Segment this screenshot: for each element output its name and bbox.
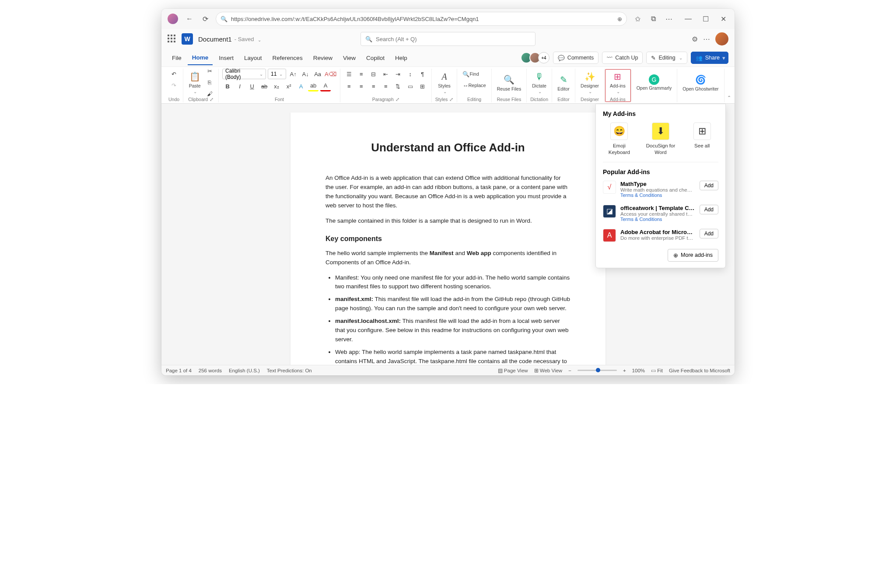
presence-avatars[interactable]: +4 (523, 52, 550, 63)
more-addins-button[interactable]: ⊕ More add-ins (668, 249, 718, 262)
numbering-button[interactable]: ≡ (356, 69, 367, 79)
editor-button[interactable]: ✎Editor (556, 73, 571, 92)
tab-help[interactable]: Help (391, 51, 412, 65)
ghostwriter-button[interactable]: 🌀Open Ghostwriter (681, 73, 720, 92)
page-view-button[interactable]: ▤ Page View (498, 368, 528, 374)
justify-button[interactable]: ≡ (381, 81, 391, 91)
more-icon[interactable]: ⋯ (703, 35, 710, 43)
undo-button[interactable]: ↶ (169, 69, 179, 79)
grow-font-button[interactable]: A↑ (288, 69, 298, 79)
borders-button[interactable]: ⊞ (417, 81, 428, 91)
bullets-button[interactable]: ☰ (344, 69, 354, 79)
user-avatar[interactable] (715, 32, 728, 46)
change-case-button[interactable]: Aa (312, 69, 323, 79)
highlight-button[interactable]: ab (308, 81, 318, 91)
superscript-button[interactable]: x² (284, 81, 294, 91)
multilevel-button[interactable]: ⊟ (368, 69, 379, 79)
zoom-slider[interactable] (578, 370, 617, 371)
editing-mode-button[interactable]: ✎ Editing (646, 52, 687, 64)
subscript-button[interactable]: x₂ (271, 81, 282, 91)
clear-format-button[interactable]: A⌫ (325, 69, 336, 79)
maximize-button[interactable]: ☐ (697, 11, 714, 27)
page-indicator[interactable]: Page 1 of 4 (166, 368, 192, 373)
tab-references[interactable]: References (268, 51, 307, 65)
settings-icon[interactable]: ⚙ (692, 35, 698, 43)
addin-tile-seeall[interactable]: ⊞See all (686, 122, 718, 156)
indent-button[interactable]: ⇥ (393, 69, 403, 79)
read-aloud-icon[interactable]: ⊕ (617, 16, 622, 22)
web-view-button[interactable]: ⊞ Web View (534, 368, 563, 374)
comments-button[interactable]: 💬 Comments (553, 52, 598, 64)
align-left-button[interactable]: ≡ (344, 81, 354, 91)
styles-button[interactable]: AStyles (436, 70, 452, 95)
share-button[interactable]: 👥 Share ▾ (691, 52, 728, 64)
chevron-down-icon[interactable] (257, 35, 261, 43)
collections-icon[interactable]: ⧉ (645, 11, 661, 27)
addin-tile-docusign[interactable]: ⬇DocuSign for Word (644, 122, 677, 156)
language-indicator[interactable]: English (U.S.) (229, 368, 260, 373)
font-size-select[interactable]: 11 (268, 69, 286, 79)
catchup-button[interactable]: 〰 Catch Up (602, 52, 643, 64)
add-button[interactable]: Add (700, 181, 718, 190)
favorites-icon[interactable]: ✩ (630, 11, 645, 27)
zoom-in-button[interactable]: + (623, 368, 626, 373)
add-button[interactable]: Add (700, 205, 718, 214)
addins-button[interactable]: ⊞Add-ins (608, 70, 627, 95)
zoom-out-button[interactable]: − (568, 368, 571, 373)
group-label-styles: Styles ⤢ (435, 96, 454, 102)
back-button[interactable]: ← (182, 11, 197, 27)
italic-button[interactable]: I (234, 81, 245, 91)
addin-tile-emoji[interactable]: 😄Emoji Keyboard (603, 122, 636, 156)
tab-insert[interactable]: Insert (214, 51, 238, 65)
outdent-button[interactable]: ⇤ (381, 69, 391, 79)
profile-avatar[interactable] (168, 14, 178, 24)
feedback-link[interactable]: Give Feedback to Microsoft (669, 368, 730, 373)
replace-button[interactable]: ↔ Replace (461, 80, 487, 91)
grammarly-button[interactable]: GOpen Grammarly (635, 74, 674, 91)
app-launcher-icon[interactable] (168, 35, 176, 43)
tab-home[interactable]: Home (188, 51, 213, 65)
cut-button[interactable]: ✂ (204, 66, 215, 76)
copy-button[interactable]: ⎘ (204, 77, 215, 88)
document-page[interactable]: Understand an Office Add-in An Office Ad… (290, 112, 606, 365)
tab-file[interactable]: File (168, 51, 186, 65)
refresh-button[interactable]: ⟳ (197, 11, 213, 27)
find-button[interactable]: 🔍 Find (461, 69, 480, 79)
terms-link[interactable]: Terms & Conditions (620, 192, 695, 198)
shrink-font-button[interactable]: A↓ (300, 69, 311, 79)
add-button[interactable]: Add (700, 229, 718, 238)
tab-review[interactable]: Review (309, 51, 337, 65)
tab-copilot[interactable]: Copilot (362, 51, 389, 65)
show-marks-button[interactable]: ¶ (417, 69, 428, 79)
sort-button[interactable]: ↕ (405, 69, 416, 79)
bold-button[interactable]: B (222, 81, 233, 91)
collapse-ribbon-icon[interactable]: ⌃ (727, 95, 731, 101)
tab-view[interactable]: View (339, 51, 360, 65)
dictate-button[interactable]: 🎙Dictate (530, 70, 548, 95)
underline-button[interactable]: U (247, 81, 257, 91)
shading-button[interactable]: ▭ (405, 81, 416, 91)
align-right-button[interactable]: ≡ (368, 81, 379, 91)
word-count[interactable]: 256 words (199, 368, 222, 373)
strike-button[interactable]: ab (259, 81, 270, 91)
close-button[interactable]: ✕ (714, 11, 732, 27)
paste-button[interactable]: 📋Paste (187, 70, 203, 95)
text-effects-button[interactable]: A (296, 81, 306, 91)
fit-button[interactable]: ▭ Fit (651, 368, 663, 374)
line-spacing-button[interactable]: ⇅ (393, 81, 403, 91)
redo-button[interactable]: ↷ (169, 80, 179, 91)
text-predictions[interactable]: Text Predictions: On (267, 368, 312, 373)
font-color-button[interactable]: A (320, 81, 331, 91)
zoom-level[interactable]: 100% (632, 368, 645, 373)
search-input[interactable]: 🔍 Search (Alt + Q) (360, 32, 536, 46)
reuse-files-button[interactable]: 🔍Reuse Files (495, 73, 523, 92)
minimize-button[interactable]: — (679, 11, 697, 27)
align-center-button[interactable]: ≡ (356, 81, 367, 91)
address-bar[interactable]: 🔍 https://onedrive.live.com/:w:/t/EaCKkP… (216, 12, 627, 26)
tab-layout[interactable]: Layout (240, 51, 266, 65)
document-name[interactable]: Document1 - Saved (198, 35, 261, 43)
terms-link[interactable]: Terms & Conditions (620, 217, 695, 222)
more-icon[interactable]: ⋯ (661, 11, 677, 27)
designer-button[interactable]: ✨Designer (579, 70, 601, 95)
font-name-select[interactable]: Calibri (Body) (222, 69, 266, 79)
